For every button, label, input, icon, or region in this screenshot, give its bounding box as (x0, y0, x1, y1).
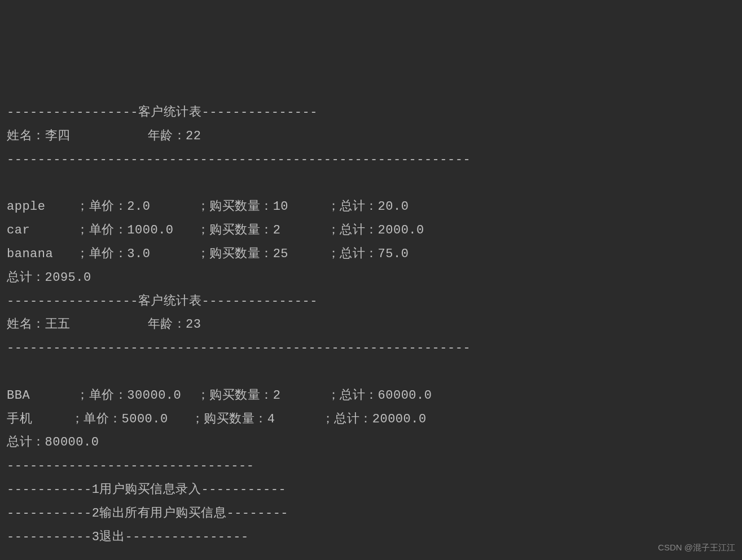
item-row: BBA ；单价：30000.0 ；购买数量：2 ；总计：60000.0 (7, 384, 735, 408)
menu-divider: -------------------------------- (7, 455, 735, 478)
customer-info-row: 姓名：李四 年龄：22 (7, 125, 735, 148)
blank-line (7, 360, 735, 384)
item-row: apple ；单价：2.0 ；购买数量：10 ；总计：20.0 (7, 195, 735, 219)
watermark: CSDN @混子王江江 (658, 540, 735, 556)
menu-option-3: -----------3退出---------------- (7, 526, 735, 549)
customer-total: 总计：80000.0 (7, 431, 735, 455)
customer-header: -----------------客户统计表--------------- (7, 101, 735, 125)
customer-info-row: 姓名：王五 年龄：23 (7, 313, 735, 337)
divider: ----------------------------------------… (7, 337, 735, 360)
menu-option-2: -----------2输出所有用户购买信息-------- (7, 502, 735, 526)
terminal-output: -----------------客户统计表---------------姓名：… (7, 101, 735, 549)
blank-line (7, 172, 735, 196)
item-row: car ；单价：1000.0 ；购买数量：2 ；总计：2000.0 (7, 219, 735, 242)
customer-header: -----------------客户统计表--------------- (7, 290, 735, 314)
menu-option-1: -----------1用户购买信息录入----------- (7, 478, 735, 502)
divider: ----------------------------------------… (7, 148, 735, 172)
item-row: 手机 ；单价：5000.0 ；购买数量：4 ；总计：20000.0 (7, 408, 735, 431)
customer-total: 总计：2095.0 (7, 266, 735, 290)
item-row: banana ；单价：3.0 ；购买数量：25 ；总计：75.0 (7, 242, 735, 266)
